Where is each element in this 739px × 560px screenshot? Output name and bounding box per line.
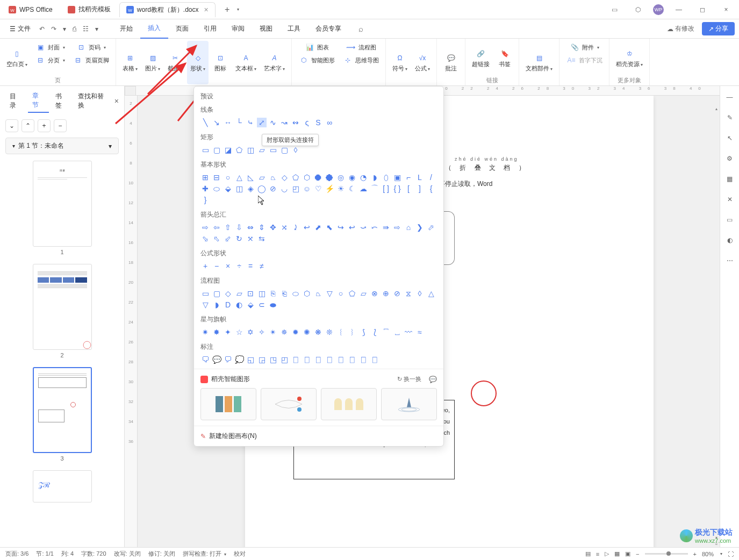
shape-brace[interactable]: { } <box>392 184 402 193</box>
shape-lbracket[interactable]: [ <box>404 184 413 193</box>
shape-cube[interactable]: ◫ <box>234 184 244 193</box>
shape-callout-oval[interactable]: 🗩 <box>223 355 233 364</box>
status-column[interactable]: 列: 4 <box>61 550 74 558</box>
status-overwrite[interactable]: 改写: 关闭 <box>114 550 141 558</box>
shape-star6[interactable]: ✡ <box>246 327 255 337</box>
shape-ribbon-d[interactable]: ⧘ <box>347 327 357 337</box>
nav-tab-find[interactable]: 查找和替换 <box>74 90 112 112</box>
shape-arrow-circular[interactable]: ↻ <box>234 234 244 243</box>
shape-can[interactable]: ⬙ <box>223 184 233 193</box>
shape-callout-cloud[interactable]: 💭 <box>234 355 244 364</box>
search-icon[interactable]: ⌕ <box>355 22 367 35</box>
file-menu[interactable]: ☰ 文件 <box>4 22 36 35</box>
shape-donut[interactable]: ◯ <box>257 184 267 193</box>
shape-triangle[interactable]: △ <box>234 173 244 182</box>
symbol-button[interactable]: Ω符号▾ <box>389 41 411 84</box>
minimize-button[interactable]: — <box>670 1 687 18</box>
view-outline[interactable]: ≡ <box>596 551 599 557</box>
shape-arrow-r[interactable]: ⇨ <box>200 222 210 232</box>
zoom-level[interactable]: 80% <box>702 551 714 557</box>
nav-collapse-button[interactable]: ⌄ <box>5 119 18 132</box>
shape-fc-tape[interactable]: ⊗ <box>370 289 379 298</box>
collapse-sidebar-icon[interactable]: — <box>725 92 735 102</box>
status-page[interactable]: 页面: 3/6 <box>5 550 28 558</box>
shape-rbrace[interactable]: } <box>200 195 210 205</box>
preview-button[interactable]: ☷ <box>80 23 92 35</box>
palette-icon[interactable]: ◐ <box>725 235 735 245</box>
book-icon[interactable]: ▭ <box>725 215 735 225</box>
shape-rect9[interactable]: ◊ <box>291 145 300 155</box>
shape-fc-display[interactable]: ⬬ <box>268 300 278 310</box>
shape-star16[interactable]: ✺ <box>302 327 312 337</box>
menu-insert[interactable]: 插入 <box>140 19 168 39</box>
shape-arrow-curvedu[interactable]: ⤻ <box>358 222 368 232</box>
view-reading[interactable]: ▷ <box>605 550 609 557</box>
shape-fc-predef[interactable]: ⊡ <box>246 289 255 298</box>
share-button[interactable]: ↗ 分享 <box>702 22 735 35</box>
refresh-button[interactable]: ↻换一换 <box>397 375 421 383</box>
shape-blockarc[interactable]: ◡ <box>279 184 289 193</box>
menu-member[interactable]: 会员专享 <box>308 19 349 39</box>
nav-remove-button[interactable]: − <box>54 119 67 132</box>
tab-overflow[interactable]: ▾ <box>237 7 239 12</box>
attachment-button[interactable]: 📎附件▾ <box>563 41 606 54</box>
shape-foldedcorner[interactable]: ◰ <box>291 184 300 193</box>
shape-cloud[interactable]: ☁ <box>358 184 368 193</box>
chart-button[interactable]: 📊图表 <box>295 41 338 54</box>
status-spellcheck[interactable]: 拼写检查: 打开 ▾ <box>183 550 226 558</box>
textbox-button[interactable]: A文本框▾ <box>232 41 260 84</box>
shape-bracket[interactable]: [ ] <box>381 184 391 193</box>
zoom-out-button[interactable]: − <box>636 551 639 557</box>
shape-arrow-uturn[interactable]: ↩ <box>302 222 312 232</box>
close-icon[interactable]: × <box>204 5 209 14</box>
wordart-button[interactable]: A艺术字▾ <box>261 41 288 84</box>
icons-button[interactable]: ⊡图标 <box>210 41 231 84</box>
status-word-count[interactable]: 字数: 720 <box>81 550 106 558</box>
shape-arrow-curvedr[interactable]: ↪ <box>336 222 346 232</box>
menu-page[interactable]: 页面 <box>168 19 196 39</box>
nav-add-button[interactable]: + <box>38 119 51 132</box>
app-tab-wps[interactable]: W WPS Office <box>2 2 59 17</box>
shape-callout-b1[interactable]: ⎕ <box>291 355 300 364</box>
shape-line[interactable]: ╲ <box>200 118 210 127</box>
status-revision[interactable]: 修订: 关闭 <box>148 550 175 558</box>
shape-rbracket[interactable]: ] <box>415 184 425 193</box>
shape-parallelogram[interactable]: ▱ <box>257 173 267 182</box>
menu-reference[interactable]: 引用 <box>196 19 224 39</box>
dropcap-button[interactable]: A≡首字下沉 <box>563 54 606 67</box>
shape-arrow-lr2[interactable]: ⇆ <box>257 234 267 243</box>
shape-fc-decision[interactable]: ◇ <box>223 289 233 298</box>
shape-cross[interactable]: ✚ <box>200 184 210 193</box>
shape-callout-a4[interactable]: ⎕ <box>370 355 379 364</box>
more-icon[interactable]: ⋯ <box>725 256 735 265</box>
menu-start[interactable]: 开始 <box>112 19 140 39</box>
shape-arrow-u[interactable]: ⇧ <box>223 222 233 232</box>
shape-rect6[interactable]: ▱ <box>257 145 267 155</box>
shape-equal[interactable]: = <box>246 261 255 271</box>
shape-callout-a1[interactable]: ⎕ <box>336 355 346 364</box>
shape-rect4[interactable]: ⬠ <box>234 145 244 155</box>
shape-fc-direct[interactable]: ⊂ <box>257 300 267 310</box>
shape-rect[interactable]: ▭ <box>200 145 210 155</box>
shape-fc-offpage[interactable]: ⬠ <box>347 289 357 298</box>
shape-fc-connector[interactable]: ○ <box>336 289 346 298</box>
shape-arrow-lr[interactable]: ⇔ <box>246 222 255 232</box>
shape-callout-line3[interactable]: ◳ <box>268 355 278 364</box>
shape-fc-terminator[interactable]: ⬭ <box>291 289 300 298</box>
view-web[interactable]: ▦ <box>614 550 620 557</box>
smart-template-1[interactable] <box>200 388 256 420</box>
shape-arrow-ucallout[interactable]: ⬁ <box>212 234 221 243</box>
shape-curve-double[interactable]: ↭ <box>291 118 300 127</box>
shape-pie[interactable]: ◔ <box>358 173 368 182</box>
settings-icon[interactable]: ⚙ <box>725 154 735 163</box>
nav-expand-button[interactable]: ⌃ <box>21 119 34 132</box>
shape-callout-a3[interactable]: ⎕ <box>358 355 368 364</box>
shape-noentry[interactable]: ⊘ <box>268 184 278 193</box>
section-dropdown[interactable]: ▾ <box>109 142 112 150</box>
nav-tab-sections[interactable]: 章节 <box>28 89 48 113</box>
view-focus[interactable]: ▣ <box>625 550 630 557</box>
equation-button[interactable]: √x公式▾ <box>412 41 433 84</box>
zoom-slider[interactable] <box>645 553 688 555</box>
shape-explosion2[interactable]: ✸ <box>212 327 221 337</box>
shape-wave[interactable]: 〰 <box>404 327 413 337</box>
